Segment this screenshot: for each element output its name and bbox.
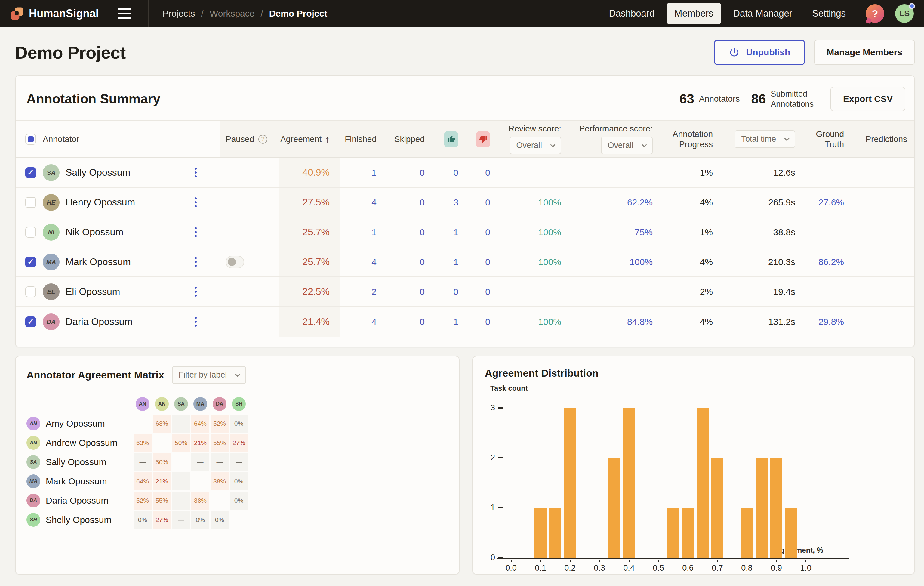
finished-value[interactable]: 2 [371,287,376,297]
kebab-menu-icon[interactable] [193,255,198,269]
performance-score-value: 84.8% [627,317,653,327]
x-tick [805,560,807,562]
humansignal-logo-icon [10,7,24,20]
kebab-menu-icon[interactable] [193,285,198,299]
select-all-checkbox[interactable] [25,134,36,145]
table-header-row: Annotator Paused ? Agreement ↑ Finished … [16,121,914,158]
nav-data-manager[interactable]: Data Manager [726,3,800,24]
humansignal-logo[interactable]: HumanSignal [10,7,99,20]
histogram-bar [535,508,546,558]
matrix-cell: — [211,453,229,471]
skipped-value[interactable]: 0 [419,317,425,327]
skipped-value[interactable]: 0 [419,227,425,237]
total-time-value: 12.6s [773,168,795,178]
row-checkbox[interactable] [25,257,36,267]
thumbs-up-count[interactable]: 1 [453,317,459,327]
notification-dot [909,3,915,9]
kebab-menu-icon[interactable] [193,166,198,179]
x-axis-line [497,558,849,559]
thumbs-up-count[interactable]: 0 [453,168,459,178]
kebab-menu-icon[interactable] [193,315,198,328]
performance-score-select[interactable]: Overall [601,137,653,154]
skipped-value[interactable]: 0 [419,287,425,297]
finished-value[interactable]: 1 [371,227,376,237]
histogram-bar [608,458,620,558]
row-checkbox[interactable] [25,317,36,327]
review-score-select[interactable]: Overall [510,137,561,154]
hamburger-menu-icon[interactable] [118,8,131,19]
row-checkbox[interactable] [25,227,36,238]
skipped-value[interactable]: 0 [419,257,425,267]
skipped-value[interactable]: 0 [419,168,425,178]
unpublish-button[interactable]: Unpublish [714,40,805,65]
nav-settings[interactable]: Settings [804,3,854,24]
histogram-bar [756,458,767,558]
help-icon[interactable]: ? [866,4,884,23]
row-checkbox[interactable] [25,286,36,297]
breadcrumb-projects[interactable]: Projects [162,8,195,19]
thumbs-up-count[interactable]: 1 [453,257,459,267]
thumbs-up-count[interactable]: 1 [453,227,459,237]
x-tick-label: 0.7 [704,563,731,573]
row-checkbox[interactable] [25,197,36,208]
thumbs-up-count[interactable]: 0 [453,287,459,297]
matrix-cell: — [172,472,190,490]
table-row: MA Mark Opossum 25.7% 4 0 1 0 100% 100% … [16,247,914,277]
finished-value[interactable]: 4 [371,197,376,208]
x-tick [776,560,777,562]
paused-toggle[interactable] [226,256,244,268]
agreement-column-header[interactable]: Agreement [280,134,322,144]
submitted-annotations-stat: 86 Submitted Annotations [751,89,813,109]
finished-value[interactable]: 1 [371,168,376,178]
paused-help-icon[interactable]: ? [258,135,267,144]
x-tick [570,560,571,562]
user-avatar[interactable]: LS [895,4,914,23]
filter-by-label-select[interactable]: Filter by label [172,366,246,384]
kebab-menu-icon[interactable] [193,196,198,209]
sort-asc-icon[interactable]: ↑ [325,134,330,144]
matrix-cell: 0% [191,511,210,529]
total-time-value: 19.4s [773,287,795,297]
finished-value[interactable]: 4 [371,317,376,327]
matrix-column-avatar: DA [213,397,226,411]
export-csv-button[interactable]: Export CSV [830,87,905,111]
annotators-stat: 63 Annotators [680,91,739,106]
nav-members[interactable]: Members [667,3,721,24]
avatar: DA [26,494,40,507]
annotator-agreement-matrix-card: Annotator Agreement Matrix Filter by lab… [15,356,460,574]
finished-value[interactable]: 4 [371,257,376,267]
ground-truth-value: 86.2% [818,257,844,267]
thumbs-up-count[interactable]: 3 [453,197,459,208]
thumbs-down-count[interactable]: 0 [485,197,490,208]
kebab-menu-icon[interactable] [193,225,198,239]
thumbs-down-count[interactable]: 0 [485,257,490,267]
thumbs-down-count[interactable]: 0 [485,287,490,297]
matrix-row-label: MA Mark Opossum [26,474,133,488]
thumbs-down-count[interactable]: 0 [485,317,490,327]
matrix-cell [211,492,229,510]
thumbs-up-icon [444,131,459,147]
skipped-value[interactable]: 0 [419,197,425,208]
thumbs-down-icon [476,131,490,147]
breadcrumb: Projects / Workspace / Demo Project [162,8,327,19]
histogram-bar [667,508,679,558]
total-time-select[interactable]: Total time [734,130,795,148]
manage-members-button[interactable]: Manage Members [814,40,915,65]
matrix-cell: — [134,453,152,471]
histogram-bar [770,458,782,558]
breadcrumb-workspace[interactable]: Workspace [210,8,255,19]
annotation-progress-value: 4% [700,257,713,267]
manage-members-label: Manage Members [827,47,903,58]
chevron-down-icon [642,142,647,147]
thumbs-down-count[interactable]: 0 [485,227,490,237]
page-title: Demo Project [15,43,126,63]
x-tick [658,560,659,562]
row-checkbox[interactable] [25,167,36,178]
chart-layer: Task count Agreement, % 0.00.10.20.30.40… [473,357,914,574]
thumbs-down-count[interactable]: 0 [485,168,490,178]
review-score-value: 100% [538,227,561,237]
breadcrumb-separator: / [261,8,263,19]
nav-dashboard[interactable]: Dashboard [601,3,663,24]
total-time-value: 210.3s [768,257,795,267]
export-csv-label: Export CSV [843,94,893,104]
